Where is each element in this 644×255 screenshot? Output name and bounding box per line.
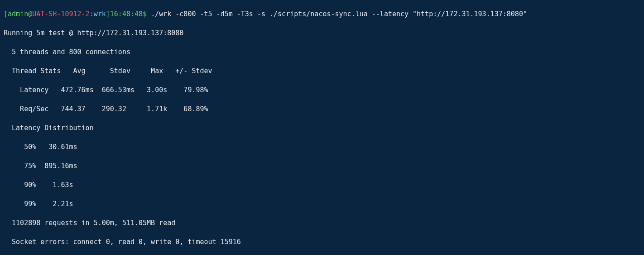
socket-errors: Socket errors: connect 0, read 0, write … bbox=[4, 237, 640, 247]
command-input[interactable] bbox=[147, 10, 151, 18]
threads-line: 5 threads and 800 connections bbox=[4, 47, 640, 57]
terminal[interactable]: [admin@UAT-SH-10912-2:wrk]16:48:48$ ./wr… bbox=[0, 0, 644, 255]
prompt-cwd: wrk bbox=[94, 10, 106, 18]
prompt-colon: : bbox=[90, 10, 94, 18]
latency-row: Latency 472.76ms 666.53ms 3.00s 79.98% bbox=[4, 85, 640, 95]
prompt-time: 16:48:48 bbox=[110, 10, 143, 18]
latency-dist-row: 50% 30.61ms bbox=[4, 142, 640, 152]
prompt-close-bracket: ] bbox=[106, 10, 110, 18]
latency-dist-row: 75% 895.16ms bbox=[4, 161, 640, 171]
prompt-open-bracket: [ bbox=[4, 10, 8, 18]
running-line: Running 5m test @ http://172.31.193.137:… bbox=[4, 28, 640, 38]
prompt-at: @ bbox=[28, 10, 32, 18]
latency-dist-row: 90% 1.63s bbox=[4, 180, 640, 190]
prompt-line: [admin@UAT-SH-10912-2:wrk]16:48:48$ ./wr… bbox=[4, 9, 640, 19]
command-text: ./wrk -c800 -t5 -d5m -T3s -s ./scripts/n… bbox=[151, 10, 527, 18]
prompt-dollar: $ bbox=[143, 10, 147, 18]
prompt-user: admin bbox=[8, 10, 28, 18]
latency-dist-header: Latency Distribution bbox=[4, 123, 640, 133]
thread-stats-header: Thread Stats Avg Stdev Max +/- Stdev bbox=[4, 66, 640, 76]
summary-requests: 1102898 requests in 5.00m, 511.05MB read bbox=[4, 218, 640, 228]
reqsec-row: Req/Sec 744.37 290.32 1.71k 68.89% bbox=[4, 104, 640, 114]
prompt-host: UAT-SH-10912-2 bbox=[32, 10, 89, 18]
latency-dist-row: 99% 2.21s bbox=[4, 199, 640, 209]
